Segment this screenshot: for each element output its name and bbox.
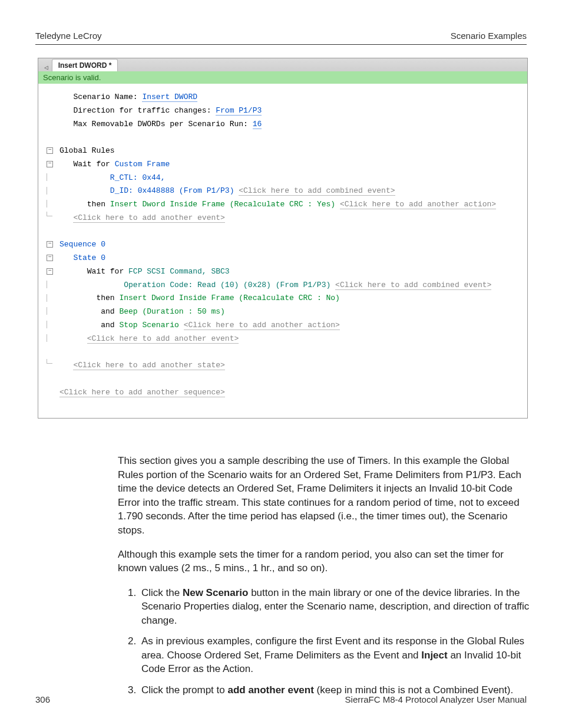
add-another-event-link[interactable]: <Click here to add another event> bbox=[87, 334, 239, 344]
add-another-sequence-link[interactable]: <Click here to add another sequence> bbox=[59, 388, 225, 397]
did-value[interactable]: D_ID: 0x448888 (From P1/P3) bbox=[110, 186, 239, 195]
action-stop-scenario[interactable]: Stop Scenario bbox=[119, 321, 183, 330]
add-another-event-emphasis: add another event bbox=[227, 684, 313, 696]
scenario-name-label: Scenario Name: bbox=[73, 93, 142, 101]
paragraph-2: Although this example sets the timer for… bbox=[118, 548, 530, 575]
add-another-action-link[interactable]: <Click here to add another action> bbox=[340, 200, 496, 209]
add-combined-event-link[interactable]: <Click here to add combined event> bbox=[335, 281, 491, 290]
wait-for-keyword: Wait for bbox=[73, 160, 114, 169]
action-insert-dword[interactable]: Insert Dword Inside Frame (Recalculate C… bbox=[110, 200, 340, 209]
action-insert-dword-nocrc[interactable]: Insert Dword Inside Frame (Recalculate C… bbox=[119, 294, 339, 302]
wait-for-keyword: Wait for bbox=[87, 267, 128, 276]
validation-status: Scenario is valid. bbox=[38, 71, 527, 84]
page-number: 306 bbox=[35, 694, 50, 704]
max-dwords-label: Max Removable DWORDs per Scenario Run: bbox=[73, 120, 252, 129]
sequence-0-label[interactable]: Sequence 0 bbox=[59, 240, 105, 249]
add-another-state-link[interactable]: <Click here to add another state> bbox=[73, 361, 224, 370]
wait-for-target[interactable]: Custom Frame bbox=[115, 160, 170, 169]
inject-emphasis: Inject bbox=[421, 650, 447, 661]
body-text: This section gives you a sample describi… bbox=[118, 454, 530, 697]
operation-code-value[interactable]: Operation Code: Read (10) (0x28) (From P… bbox=[124, 281, 335, 289]
action-beep[interactable]: Beep (Duration : 50 ms) bbox=[119, 307, 224, 316]
add-another-event-link[interactable]: <Click here to add another event> bbox=[73, 213, 224, 223]
wait-for-target-fcp[interactable]: FCP SCSI Command, SBC3 bbox=[128, 267, 230, 276]
instruction-list: Click the New Scenario button in the mai… bbox=[118, 586, 530, 697]
collapse-toggle-icon[interactable]: − bbox=[47, 147, 53, 154]
and-keyword: and bbox=[101, 307, 119, 316]
and-keyword: and bbox=[101, 321, 119, 330]
scenario-editor-screenshot: ◁ Insert DWORD * Scenario is valid. Scen… bbox=[38, 58, 528, 419]
page-header: Teledyne LeCroy Scenario Examples bbox=[35, 31, 527, 45]
add-another-action-link[interactable]: <Click here to add another action> bbox=[184, 321, 340, 330]
max-dwords-value[interactable]: 16 bbox=[253, 120, 262, 129]
scenario-name-value[interactable]: Insert DWORD bbox=[142, 93, 197, 102]
manual-title: SierraFC M8-4 Protocol Analyzer User Man… bbox=[345, 694, 527, 704]
paragraph-1: This section gives you a sample describi… bbox=[118, 454, 530, 537]
then-keyword: then bbox=[87, 200, 110, 209]
collapse-toggle-icon[interactable]: − bbox=[47, 161, 53, 167]
list-item: Click the New Scenario button in the mai… bbox=[139, 586, 530, 627]
then-keyword: then bbox=[96, 294, 119, 302]
scenario-code-area: Scenario Name: Insert DWORD Direction fo… bbox=[38, 84, 527, 418]
global-rules-label: Global Rules bbox=[59, 146, 115, 155]
direction-label: Direction for traffic changes: bbox=[73, 106, 216, 115]
tab-insert-dword[interactable]: Insert DWORD * bbox=[52, 59, 118, 71]
direction-value[interactable]: From P1/P3 bbox=[216, 106, 262, 116]
header-right: Scenario Examples bbox=[451, 31, 527, 41]
list-item: As in previous examples, configure the f… bbox=[139, 634, 530, 676]
add-combined-event-link[interactable]: <Click here to add combined event> bbox=[239, 186, 395, 196]
state-0-label[interactable]: State 0 bbox=[73, 253, 105, 262]
header-left: Teledyne LeCroy bbox=[35, 31, 102, 41]
document-page: Teledyne LeCroy Scenario Examples ◁ Inse… bbox=[0, 0, 562, 728]
tab-scroll-left-icon[interactable]: ◁ bbox=[41, 64, 52, 71]
rctl-value[interactable]: R_CTL: 0x44, bbox=[110, 173, 166, 182]
page-footer: 306 SierraFC M8-4 Protocol Analyzer User… bbox=[35, 694, 527, 704]
collapse-toggle-icon[interactable]: − bbox=[47, 268, 53, 275]
collapse-toggle-icon[interactable]: − bbox=[47, 241, 53, 248]
collapse-toggle-icon[interactable]: − bbox=[47, 255, 53, 261]
tab-bar: ◁ Insert DWORD * bbox=[38, 58, 527, 71]
new-scenario-emphasis: New Scenario bbox=[183, 587, 249, 598]
